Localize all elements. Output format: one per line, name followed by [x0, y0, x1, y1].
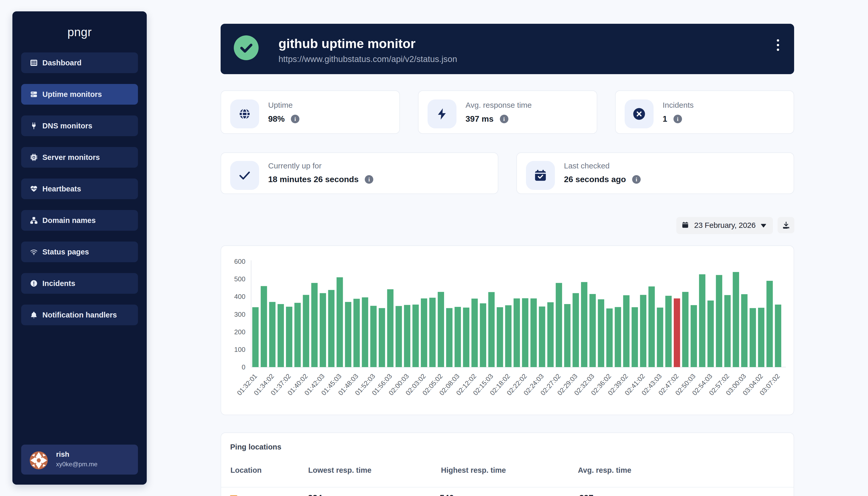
svg-text:300: 300 — [234, 311, 245, 318]
svg-text:400: 400 — [234, 293, 245, 300]
svg-text:100: 100 — [234, 346, 245, 353]
svg-text:600: 600 — [234, 258, 245, 265]
svg-text:500: 500 — [234, 275, 245, 283]
svg-text:0: 0 — [242, 363, 245, 371]
svg-text:200: 200 — [234, 328, 245, 336]
